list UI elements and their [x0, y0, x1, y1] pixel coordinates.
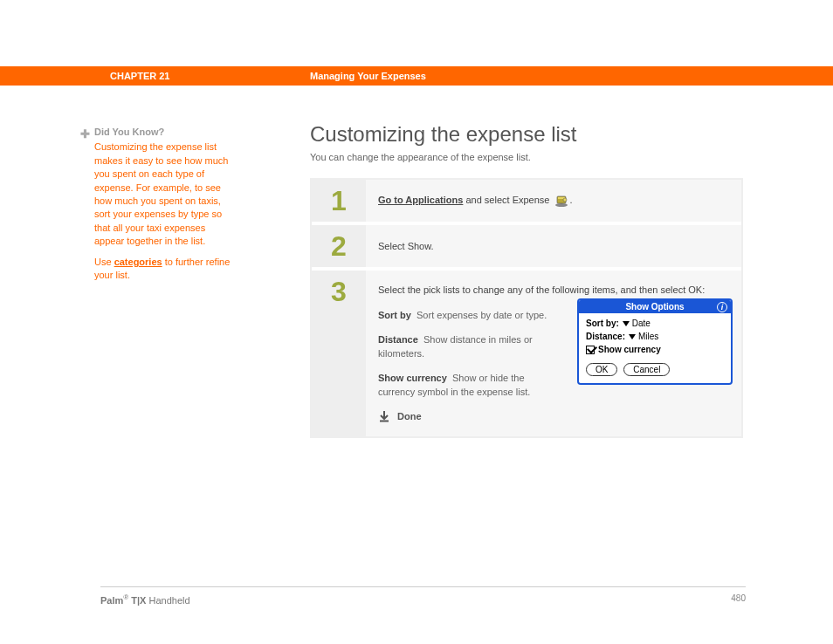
categories-link[interactable]: categories — [114, 257, 162, 267]
expense-icon — [554, 195, 568, 207]
step-3-lead: Select the pick lists to change any of t… — [378, 284, 729, 295]
step-1: 1 Go to Applications and select Expense … — [312, 180, 741, 225]
step-number: 3 — [312, 271, 366, 436]
sort-by-label: Sort by: — [586, 319, 619, 328]
ok-button[interactable]: OK — [586, 363, 617, 376]
step-number: 1 — [312, 180, 366, 222]
dialog-title-bar: Show Options i — [579, 300, 731, 313]
info-icon[interactable]: i — [717, 302, 727, 312]
def-show-currency: Show currency Show or hide the currency … — [378, 372, 548, 400]
page-number: 480 — [731, 593, 746, 603]
done-arrow-icon — [378, 410, 390, 422]
main-content: Customizing the expense list You can cha… — [310, 122, 747, 438]
def-key: Show currency — [378, 373, 447, 383]
def-key: Sort by — [378, 310, 411, 320]
step-2: 2 Select Show. — [312, 225, 741, 271]
cancel-button[interactable]: Cancel — [623, 363, 670, 376]
footer-brand: Palm® T|X Handheld — [100, 593, 190, 606]
tip-body-2: Use categories to further refine your li… — [94, 256, 234, 283]
tip-body-2-pre: Use — [94, 257, 114, 267]
svg-point-3 — [563, 198, 567, 202]
dropdown-icon[interactable] — [623, 321, 630, 326]
footer-brand-tail: Handheld — [146, 595, 189, 606]
page-title: Customizing the expense list — [310, 122, 747, 147]
step-1-content: Go to Applications and select Expense . — [366, 180, 741, 222]
chapter-label: CHAPTER 21 — [110, 71, 169, 81]
def-key: Distance — [378, 334, 418, 345]
show-currency-label: Show currency — [598, 345, 661, 354]
show-currency-checkbox[interactable] — [586, 346, 595, 354]
dialog-title: Show Options — [625, 302, 684, 312]
distance-value[interactable]: Miles — [638, 332, 658, 341]
dialog-body: Sort by: Date Distance: Miles — [579, 313, 731, 383]
sort-by-row: Sort by: Date — [586, 319, 724, 328]
svg-point-0 — [555, 203, 568, 207]
page-intro: You can change the appearance of the exp… — [310, 152, 747, 162]
distance-row: Distance: Miles — [586, 332, 724, 341]
step-1-text: and select Expense — [463, 195, 552, 205]
header-bar: CHAPTER 21 Managing Your Expenses — [0, 66, 833, 86]
did-you-know-label: Did You Know? — [94, 126, 234, 139]
footer-brand-tx: T|X — [128, 595, 146, 606]
go-to-applications-link[interactable]: Go to Applications — [378, 195, 463, 205]
def-desc: Sort expenses by date or type. — [416, 310, 547, 320]
show-currency-row: Show currency — [586, 345, 724, 354]
step-2-text: Select Show. — [378, 241, 434, 251]
distance-label: Distance: — [586, 332, 625, 341]
def-sort-by: Sort by Sort expenses by date or type. — [378, 309, 548, 323]
footer-brand-palm: Palm — [100, 595, 123, 606]
show-options-dialog: Show Options i Sort by: Date Distance: — [577, 298, 733, 385]
done-label: Done — [397, 411, 422, 421]
step-number: 2 — [312, 225, 366, 267]
chapter-subject: Managing Your Expenses — [310, 71, 426, 81]
tip-body-1: Customizing the expense list makes it ea… — [94, 140, 234, 248]
step-3-content: Select the pick lists to change any of t… — [366, 271, 741, 436]
definitions: Sort by Sort expenses by date or type. D… — [378, 309, 548, 400]
def-distance: Distance Show distance in miles or kilom… — [378, 333, 548, 361]
dropdown-icon[interactable] — [629, 334, 636, 339]
sidebar-tip: ✚ Did You Know? Customizing the expense … — [94, 126, 234, 289]
sort-by-value[interactable]: Date — [632, 319, 651, 328]
step-1-period: . — [570, 195, 573, 205]
step-2-content: Select Show. — [366, 225, 741, 267]
steps-container: 1 Go to Applications and select Expense … — [310, 178, 743, 438]
plus-icon: ✚ — [80, 127, 90, 142]
footer-divider — [100, 586, 746, 587]
done-row: Done — [378, 410, 729, 422]
step-3: 3 Select the pick lists to change any of… — [312, 271, 741, 436]
